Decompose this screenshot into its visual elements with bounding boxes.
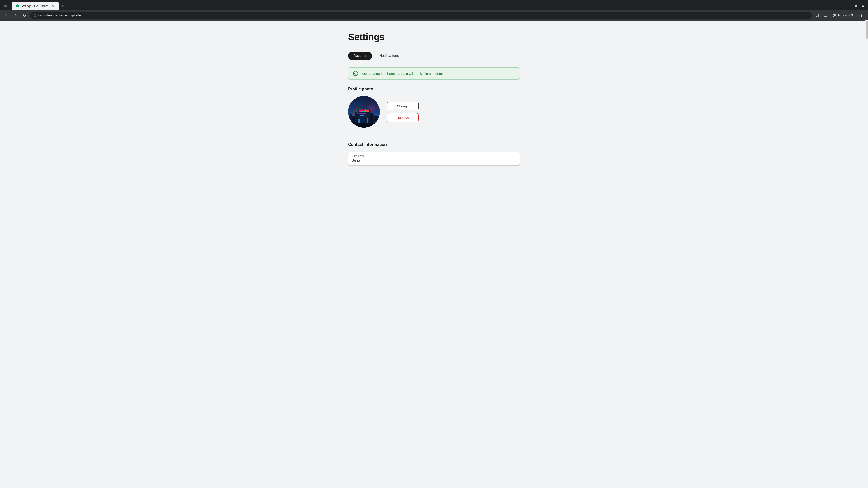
settings-container: Settings Account Notifications Your chan… (348, 32, 520, 478)
svg-rect-3 (824, 14, 827, 17)
svg-point-42 (375, 98, 375, 99)
reload-button[interactable] (21, 12, 28, 19)
section-divider (348, 135, 520, 135)
back-button[interactable] (3, 12, 10, 19)
bookmark-button[interactable] (814, 12, 821, 19)
svg-point-6 (862, 14, 862, 15)
restore-button[interactable]: ⧉ (853, 3, 859, 9)
profile-photo-row: Change Remove (348, 96, 520, 128)
incognito-button[interactable]: Incognito (3) (830, 12, 857, 18)
svg-rect-2 (34, 15, 36, 17)
success-message: Your change has been made. It will be li… (361, 72, 445, 75)
lock-icon (33, 14, 37, 17)
profile-photo-section: Profile photo (348, 87, 520, 128)
address-bar[interactable]: gofundme.com/account/profile (30, 12, 812, 19)
svg-rect-27 (358, 117, 370, 117)
menu-button[interactable] (858, 12, 865, 19)
first-name-value: Jane (352, 159, 516, 163)
settings-tab-nav: Account Notifications (348, 52, 520, 60)
svg-point-39 (351, 100, 352, 101)
svg-rect-30 (375, 116, 380, 128)
success-banner: Your change has been made. It will be li… (348, 67, 520, 79)
svg-rect-17 (352, 116, 355, 128)
svg-point-44 (360, 103, 361, 103)
browser-toolbar: gofundme.com/account/profile (0, 10, 868, 21)
profile-photo-title: Profile photo (348, 87, 520, 92)
tab-notifications[interactable]: Notifications (374, 52, 404, 60)
new-tab-button[interactable]: + (60, 2, 66, 10)
svg-rect-35 (358, 119, 360, 123)
browser-title-bar: Settings - GoFundMe × + — ⧉ ✕ (0, 0, 868, 10)
svg-point-8 (862, 16, 862, 17)
close-button[interactable]: ✕ (860, 3, 866, 8)
scrollbar[interactable] (865, 20, 868, 488)
first-name-field[interactable]: First name Jane (348, 152, 520, 166)
forward-button[interactable] (12, 12, 19, 19)
svg-point-32 (354, 123, 356, 124)
svg-point-1 (16, 4, 19, 7)
svg-rect-36 (367, 118, 368, 123)
contact-information-section: Contact information First name Jane (348, 142, 520, 166)
remove-photo-button[interactable]: Remove (387, 113, 418, 122)
tab-favicon (16, 4, 19, 8)
toolbar-actions: Incognito (3) (814, 12, 865, 19)
change-photo-button[interactable]: Change (387, 102, 418, 110)
tab-close-button[interactable]: × (51, 4, 55, 8)
svg-point-7 (862, 15, 862, 16)
svg-rect-24 (360, 115, 364, 116)
browser-chrome: Settings - GoFundMe × + — ⧉ ✕ (0, 0, 868, 21)
incognito-label: Incognito (3) (838, 14, 855, 17)
minimize-button[interactable]: — (845, 3, 852, 8)
svg-rect-34 (360, 123, 368, 123)
active-tab[interactable]: Settings - GoFundMe × (12, 2, 59, 10)
svg-point-40 (356, 99, 356, 100)
incognito-icon (833, 13, 837, 18)
svg-rect-23 (359, 113, 366, 114)
svg-point-9 (353, 71, 358, 76)
tab-title: Settings - GoFundMe (21, 4, 49, 8)
page-content: Settings Account Notifications Your chan… (0, 21, 868, 488)
svg-rect-38 (365, 109, 366, 111)
tab-bar: Settings - GoFundMe × + (10, 2, 68, 10)
avatar (348, 96, 380, 128)
svg-rect-26 (358, 116, 370, 116)
photo-action-buttons: Change Remove (387, 102, 418, 122)
address-text: gofundme.com/account/profile (38, 13, 81, 17)
page-title: Settings (348, 32, 520, 42)
sidebar-button[interactable] (822, 12, 829, 19)
contact-info-title: Contact information (348, 142, 520, 147)
svg-rect-25 (361, 111, 366, 112)
svg-point-41 (372, 101, 372, 102)
svg-rect-37 (362, 109, 363, 111)
window-controls-profile[interactable] (2, 3, 9, 8)
tab-account[interactable]: Account (348, 52, 372, 60)
success-icon (353, 71, 358, 76)
scrollbar-thumb[interactable] (866, 21, 868, 39)
svg-rect-31 (348, 123, 380, 128)
first-name-label: First name (352, 155, 516, 158)
avatar-image (348, 96, 380, 128)
